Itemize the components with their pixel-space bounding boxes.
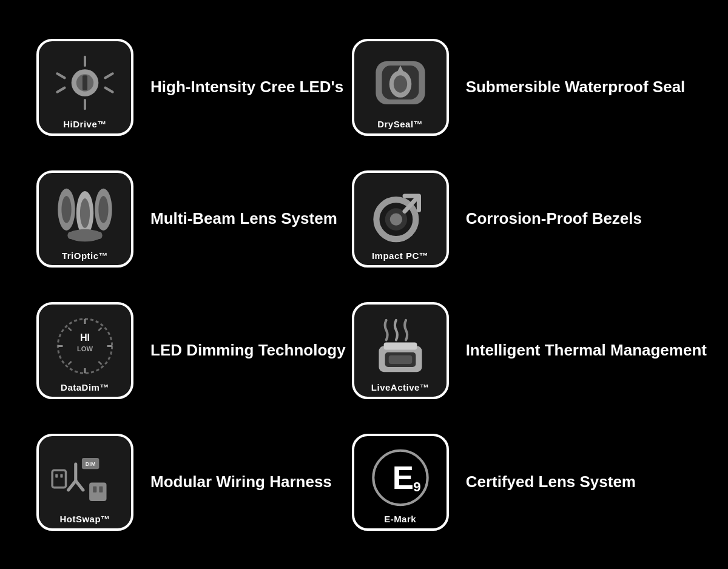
svg-line-3 [106, 73, 113, 78]
hotswap-description: Modular Wiring Harness [150, 473, 332, 491]
svg-line-2 [57, 73, 64, 78]
svg-text:DIM: DIM [86, 461, 96, 467]
hotswap-label: HotSwap™ [59, 514, 110, 524]
hidrive-icon-box: HiDrive™ [36, 39, 133, 136]
svg-point-19 [98, 196, 108, 223]
hidrive-label: HiDrive™ [63, 120, 107, 129]
svg-line-34 [98, 328, 101, 331]
dryseal-icon [360, 47, 440, 118]
svg-rect-41 [52, 470, 66, 487]
liveactive-icon-box: LiveActive™ [352, 302, 449, 399]
svg-rect-42 [55, 474, 58, 477]
dryseal-icon-box: DrySeal™ [352, 39, 449, 136]
svg-point-13 [393, 75, 406, 92]
svg-rect-8 [83, 75, 87, 90]
svg-text:LOW: LOW [77, 345, 93, 352]
liveactive-description: Intelligent Thermal Management [466, 341, 707, 360]
svg-text:E: E [392, 459, 413, 495]
features-grid: HiDrive™ High-Intensity Cree LED's DrySe… [0, 0, 728, 569]
liveactive-icon [360, 311, 440, 382]
emark-label: E-Mark [384, 514, 416, 524]
svg-rect-40 [388, 355, 412, 363]
svg-line-46 [76, 480, 83, 490]
svg-line-45 [69, 480, 76, 490]
svg-rect-51 [99, 486, 103, 492]
datadim-description: LED Dimming Technology [150, 341, 346, 360]
svg-line-35 [69, 361, 72, 364]
feature-liveactive: LiveActive™ Intelligent Thermal Manageme… [352, 288, 707, 413]
svg-line-5 [106, 87, 113, 92]
impactpc-description: Corrosion-Proof Bezels [466, 209, 642, 228]
svg-rect-21 [68, 231, 103, 238]
feature-dryseal: DrySeal™ Submersible Waterproof Seal [352, 24, 707, 150]
impactpc-label: Impact PC™ [372, 251, 428, 260]
svg-text:HI: HI [80, 332, 90, 343]
hidrive-description: High-Intensity Cree LED's [150, 78, 343, 96]
feature-trioptic: TriOptic™ Multi-Beam Lens System [36, 156, 346, 281]
hidrive-icon [45, 47, 125, 118]
feature-emark: E 9 E-Mark Certifyed Lens System [352, 419, 707, 545]
trioptic-description: Multi-Beam Lens System [150, 209, 337, 228]
trioptic-icon [45, 179, 125, 250]
svg-point-17 [80, 198, 90, 228]
impactpc-icon [360, 179, 440, 250]
datadim-icon: HI LOW [45, 311, 125, 382]
datadim-icon-box: HI LOW DataDim™ [36, 302, 133, 399]
svg-rect-43 [60, 474, 62, 477]
liveactive-label: LiveActive™ [371, 383, 430, 392]
hotswap-icon-box: DIM HotSwap™ [36, 434, 133, 531]
svg-text:9: 9 [413, 479, 420, 494]
emark-icon-box: E 9 E-Mark [352, 434, 449, 531]
hotswap-icon: DIM [45, 442, 125, 513]
emark-description: Certifyed Lens System [466, 473, 636, 491]
trioptic-icon-box: TriOptic™ [36, 170, 133, 268]
feature-hidrive: HiDrive™ High-Intensity Cree LED's [36, 24, 346, 150]
feature-impactpc: Impact PC™ Corrosion-Proof Bezels [352, 156, 707, 281]
trioptic-label: TriOptic™ [62, 251, 108, 260]
dryseal-label: DrySeal™ [377, 120, 423, 129]
svg-line-4 [57, 87, 64, 92]
datadim-label: DataDim™ [61, 383, 109, 392]
svg-line-33 [69, 328, 72, 331]
dryseal-description: Submersible Waterproof Seal [466, 78, 686, 96]
feature-hotswap: DIM HotSwap™ Modular Wiring Harness [36, 419, 346, 545]
feature-datadim: HI LOW DataDim™ LED Dimming Technology [36, 288, 346, 413]
emark-icon: E 9 [360, 442, 440, 513]
svg-point-24 [389, 213, 402, 225]
impactpc-icon-box: Impact PC™ [352, 170, 449, 268]
svg-rect-49 [89, 482, 106, 500]
svg-point-15 [61, 196, 71, 223]
svg-rect-50 [93, 486, 96, 492]
svg-line-36 [98, 361, 101, 364]
svg-rect-38 [383, 342, 417, 349]
